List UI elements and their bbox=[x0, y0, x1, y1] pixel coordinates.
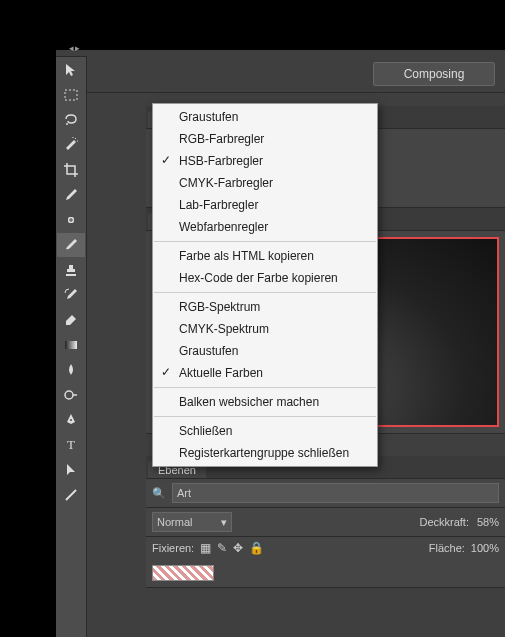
line-tool[interactable] bbox=[57, 483, 85, 507]
menu-item[interactable]: Aktuelle Farben bbox=[153, 362, 377, 384]
history-brush-tool[interactable] bbox=[57, 283, 85, 307]
svg-point-5 bbox=[70, 419, 72, 421]
type-tool[interactable]: T bbox=[57, 433, 85, 457]
menu-item[interactable]: Webfarbenregler bbox=[153, 216, 377, 238]
layers-panel: 🔍 Normal▾ Deckkraft: 58% Fixieren: ▦ ✎ ✥… bbox=[146, 479, 505, 588]
menu-item[interactable]: CMYK-Farbregler bbox=[153, 172, 377, 194]
top-bar: Composing bbox=[56, 50, 505, 93]
opacity-label: Deckkraft: bbox=[419, 516, 469, 528]
svg-rect-0 bbox=[65, 90, 77, 100]
menu-item[interactable]: Lab-Farbregler bbox=[153, 194, 377, 216]
pen-tool[interactable] bbox=[57, 408, 85, 432]
svg-text:T: T bbox=[67, 437, 75, 452]
menu-item[interactable]: Graustufen bbox=[153, 340, 377, 362]
search-icon: 🔍 bbox=[152, 487, 166, 500]
layer-type-search[interactable] bbox=[172, 483, 499, 503]
lock-pixels-icon[interactable]: ✎ bbox=[217, 541, 227, 555]
eraser-tool[interactable] bbox=[57, 308, 85, 332]
svg-point-1 bbox=[66, 123, 68, 125]
opacity-value[interactable]: 58% bbox=[477, 516, 499, 528]
lasso-tool[interactable] bbox=[57, 108, 85, 132]
menu-separator bbox=[154, 416, 376, 417]
lock-label: Fixieren: bbox=[152, 542, 194, 554]
marquee-tool[interactable] bbox=[57, 83, 85, 107]
lock-icons: ▦ ✎ ✥ 🔒 bbox=[200, 541, 264, 555]
collapse-arrows-icon[interactable]: ◂▸ bbox=[60, 43, 90, 55]
color-panel-flyout-menu[interactable]: GraustufenRGB-FarbreglerHSB-FarbreglerCM… bbox=[152, 103, 378, 467]
blend-mode-select[interactable]: Normal▾ bbox=[152, 512, 232, 532]
menu-separator bbox=[154, 387, 376, 388]
lock-all-icon[interactable]: 🔒 bbox=[249, 541, 264, 555]
menu-item[interactable]: RGB-Spektrum bbox=[153, 296, 377, 318]
crop-tool[interactable] bbox=[57, 158, 85, 182]
lock-transparency-icon[interactable]: ▦ bbox=[200, 541, 211, 555]
move-tool[interactable] bbox=[57, 58, 85, 82]
menu-separator bbox=[154, 292, 376, 293]
healing-brush-tool[interactable] bbox=[57, 208, 85, 232]
menu-item[interactable]: HSB-Farbregler bbox=[153, 150, 377, 172]
menu-item[interactable]: RGB-Farbregler bbox=[153, 128, 377, 150]
menu-item[interactable]: CMYK-Spektrum bbox=[153, 318, 377, 340]
toolbox: T bbox=[56, 56, 87, 637]
blend-mode-label: Normal bbox=[157, 516, 192, 528]
fill-value[interactable]: 100% bbox=[471, 542, 499, 554]
eyedropper-tool[interactable] bbox=[57, 183, 85, 207]
fill-label: Fläche: bbox=[429, 542, 465, 554]
menu-item[interactable]: Registerkartengruppe schließen bbox=[153, 442, 377, 464]
menu-separator bbox=[154, 241, 376, 242]
path-select-tool[interactable] bbox=[57, 458, 85, 482]
magic-wand-tool[interactable] bbox=[57, 133, 85, 157]
svg-point-4 bbox=[65, 391, 73, 399]
menu-item[interactable]: Hex-Code der Farbe kopieren bbox=[153, 267, 377, 289]
blur-tool[interactable] bbox=[57, 358, 85, 382]
dodge-tool[interactable] bbox=[57, 383, 85, 407]
menu-item[interactable]: Farbe als HTML kopieren bbox=[153, 245, 377, 267]
menu-item[interactable]: Graustufen bbox=[153, 106, 377, 128]
menu-item[interactable]: Schließen bbox=[153, 420, 377, 442]
layer-thumbnail[interactable] bbox=[152, 565, 214, 581]
stamp-tool[interactable] bbox=[57, 258, 85, 282]
svg-rect-3 bbox=[65, 341, 77, 349]
workspace-tab[interactable]: Composing bbox=[373, 62, 495, 86]
menu-item[interactable]: Balken websicher machen bbox=[153, 391, 377, 413]
gradient-tool[interactable] bbox=[57, 333, 85, 357]
lock-position-icon[interactable]: ✥ bbox=[233, 541, 243, 555]
brush-tool[interactable] bbox=[57, 233, 85, 257]
